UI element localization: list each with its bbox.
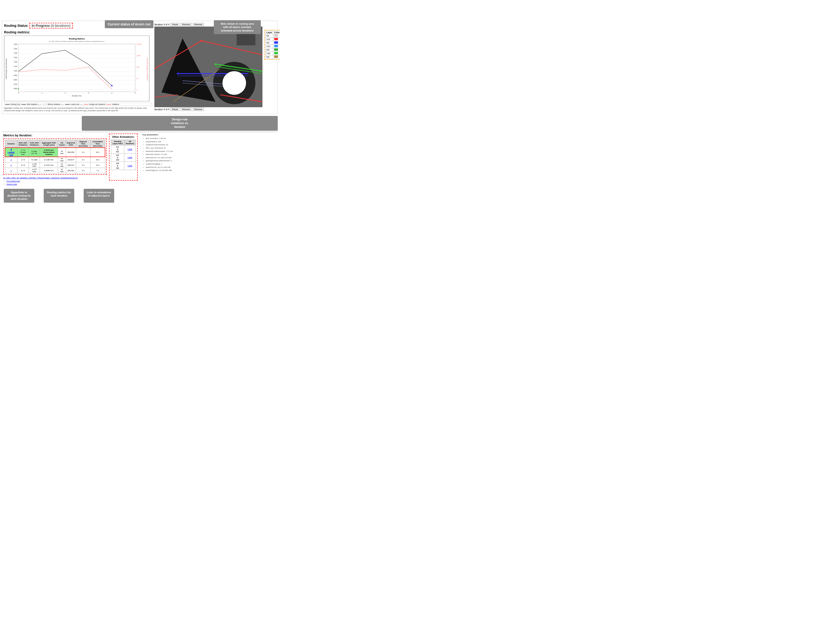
svg-text:1,000: 1,000	[136, 55, 140, 56]
svg-text:6600: 6600	[14, 88, 17, 90]
layer-pair-m1m2: M1&M2	[111, 145, 124, 153]
layer-legend-table: Layer Color M1 V12	[265, 31, 280, 59]
via-count-2: 24 vias	[58, 162, 66, 168]
svg-text:Routing Metrics: Routing Metrics	[69, 38, 85, 40]
left-panel: Routing Status: In Progress (4 iteration…	[4, 23, 154, 112]
anim-link-m1m2[interactable]: LINK	[124, 145, 136, 153]
svg-rect-3	[18, 44, 135, 92]
anim-link-m3m4[interactable]: LINK	[124, 162, 136, 170]
via-count-1: 24 vias	[58, 168, 66, 173]
svg-text:2: 2	[65, 92, 66, 94]
cells-viol-3: 72 cells	[29, 157, 40, 162]
svg-text:Total Routing Cost (microns): Total Routing Cost (microns)	[5, 59, 7, 79]
routing-status-label: Routing Status:	[4, 24, 28, 28]
config-link[interactable]: 6n_006c_546y_46_obstacles_d##Pairs_PNunn…	[3, 177, 77, 179]
routing-metrics-chart: Routing Metrics 6n_006c_546y_46_obstacle…	[4, 36, 150, 101]
callout-adjacent-layers: Links to animationsof adjacent layers	[84, 189, 114, 203]
nets-viol-1: 8 / 8	[17, 168, 29, 173]
svg-point-59	[200, 40, 202, 42]
svg-text:6800: 6800	[14, 79, 17, 81]
nets-viol-2: 8 / 8	[17, 162, 29, 168]
callout-hyperlinks: Hyperlinks todetailed routing foreach it…	[4, 189, 34, 203]
metrics-red-border: Iteration Nets withViolations Cells with…	[3, 139, 107, 175]
layer-pair-m3m4: M3&M4	[111, 162, 124, 170]
callout-drv: Design-ruleviolations vs.iteration	[82, 116, 278, 131]
svg-text:7000: 7000	[14, 70, 17, 72]
path-len-3: 6.1180 mm	[40, 157, 58, 162]
iter-cell-3[interactable]: 3	[5, 157, 17, 162]
anim-row-m2m3: M2&M3 LINK	[111, 153, 136, 162]
iteration-label-top: Iteration 4 of 4	[154, 23, 170, 26]
anim-link-m2m3[interactable]: LINK	[124, 153, 136, 162]
pause-button-top[interactable]: Pause	[170, 23, 180, 26]
col-cells-violations: Cells withViolations	[29, 140, 40, 148]
svg-point-58	[222, 71, 246, 95]
layer-row-m2: M2	[265, 41, 280, 45]
svg-text:7500: 7500	[14, 48, 17, 49]
bottom-links-line: 6n_006c_546y_46_obstacles_d##Pairs_PNunn…	[3, 177, 107, 179]
explored-2: 430,512	[66, 162, 76, 168]
routing-viz-svg	[154, 26, 262, 107]
param-base-pin-cost: basePinCost: 16,717,416,240	[146, 166, 276, 169]
iter-cell-2[interactable]: 2	[5, 162, 17, 168]
legend-routing-cost: Routing Cost:	[5, 103, 20, 105]
bottom-callouts: Hyperlinks todetailed routing foreach it…	[2, 187, 278, 204]
main-wrapper: Routing Status: In Progress (4 iteration…	[0, 19, 280, 206]
callout-routing-metrics-iter: Routing metrics foreach iteration	[44, 189, 74, 203]
svg-text:10,000: 10,000	[136, 43, 141, 45]
via-count-3: 24 vias	[58, 157, 66, 162]
path-len-4: 6.1219 mmStarted without violations	[40, 148, 58, 157]
svg-text:0: 0	[18, 92, 19, 94]
legend-drv: Design-rule violations!	[84, 103, 105, 105]
iteration-label-bottom: Iteration 4 of 4	[154, 108, 170, 111]
viz-controls-wrapper: Iteration 4 of 4 Pause Resume Reverse	[154, 23, 262, 111]
other-animations-title: Other Animations:	[111, 136, 136, 138]
col-nets-violations: Nets withViolations	[17, 140, 29, 148]
svg-text:5: 5	[135, 92, 136, 94]
param-grid-seg: gridSegmentsCostNumerator: 2	[146, 159, 276, 162]
resume-button-top[interactable]: Resume	[180, 23, 192, 26]
iter-cell-1[interactable]: 1	[5, 168, 17, 173]
reverse-button-bottom[interactable]: Reverse	[193, 108, 204, 111]
svg-text:7200: 7200	[14, 61, 17, 63]
status-box: In Progress (4 iterations)	[29, 23, 73, 28]
metrics-table: Iteration Nets withViolations Cells with…	[5, 140, 105, 173]
callout-nets-text: Nets shown in routing areawith all layer…	[220, 22, 254, 32]
iter-cell-4[interactable]: 4Lowest cost	[5, 148, 17, 157]
explored-3: 416,677	[66, 157, 76, 162]
cells-viol-1: 1,473 cells	[29, 168, 40, 173]
nets-viol-4: 0 / 8Forward rules	[17, 148, 29, 157]
cells-viol-2: 1,166 cells	[29, 162, 40, 168]
layer-pair-m2m3: M2&M3	[111, 153, 124, 162]
legend-violations: Violations:	[106, 103, 119, 105]
svg-text:Iteration No.: Iteration No.	[72, 95, 82, 97]
svg-point-41	[18, 88, 19, 90]
elapsed-3: 4 s	[76, 157, 90, 162]
reverse-button-top[interactable]: Reverse	[193, 23, 204, 26]
param-violation-freq: violationFreqThreshold: 20	[146, 143, 276, 147]
chart-description: Aggregate routing cost, including latera…	[4, 107, 152, 112]
svg-text:7400: 7400	[14, 52, 17, 54]
svg-text:0: 0	[136, 89, 137, 91]
col-elapsed: ElapsedTime (seconds)	[76, 140, 90, 148]
col-via-count: ViaCount	[58, 140, 66, 148]
explored-1: 362,091	[66, 168, 76, 173]
via-count-4: 24 vias	[58, 148, 66, 157]
explored-4: 460,056	[66, 148, 76, 157]
anim-col-all: AllIterations	[124, 140, 136, 145]
path-len-2: 6.1167 mm	[40, 162, 58, 168]
legend-lowest-cost: Lowest cost ——	[65, 103, 83, 105]
right-panel-wrapper: Iteration 4 of 4 Pause Resume Reverse	[154, 23, 280, 111]
design-rules-link[interactable]: Design rules	[6, 183, 17, 185]
table-row: 3 2 / 8 72 cells 6.1180 mm 24 vias 416,6…	[5, 157, 105, 162]
other-animations-panel: Other Animations: RoutingLayer Pairs All…	[109, 134, 138, 181]
pre-routing-link[interactable]: Pre-routing map	[6, 180, 20, 182]
callout-current-status: Current status of Acorn run	[105, 20, 153, 28]
svg-text:Cells with Design-rule Violati: Cells with Design-rule Violations	[146, 57, 148, 81]
pause-button-bottom[interactable]: Pause	[170, 108, 180, 111]
cumulative-1: 7 s	[90, 168, 105, 173]
svg-text:100: 100	[136, 66, 139, 68]
layer-row-m1: M1	[265, 34, 280, 38]
bottom-section: Metrics by Iteration: Iteration Nets wit…	[2, 132, 278, 187]
resume-button-bottom[interactable]: Resume	[180, 108, 192, 111]
